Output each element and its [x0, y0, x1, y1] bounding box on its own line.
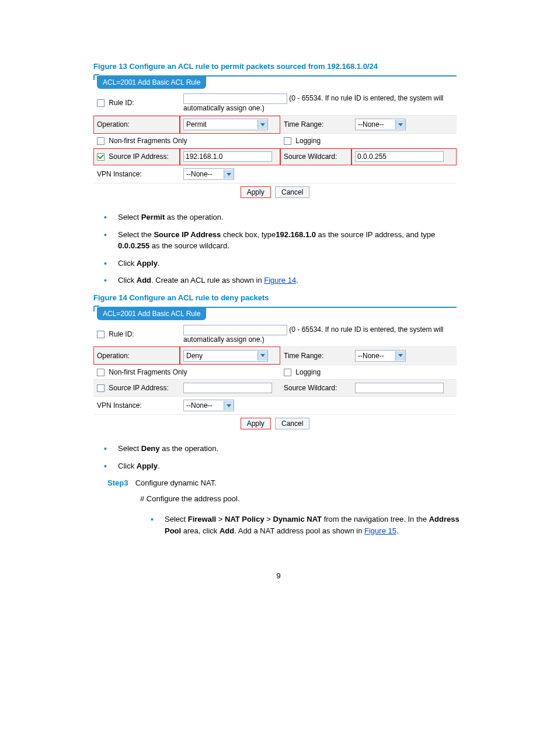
list-item: Select Deny as the operation.	[118, 443, 464, 455]
rule-id-label: Rule ID:	[109, 330, 134, 338]
page-number: 9	[93, 571, 464, 580]
list-item: Click Apply.	[118, 258, 464, 269]
figure15-link[interactable]: Figure 15	[364, 526, 396, 535]
vpn-label: VPN Instance:	[97, 401, 142, 410]
step3-block: Step3 Configure dynamic NAT. # Configure…	[93, 478, 464, 536]
srcip-label: Source IP Address:	[109, 152, 169, 161]
chevron-down-icon	[224, 169, 234, 179]
timerange-label: Time Range:	[284, 352, 323, 360]
cancel-button[interactable]: Cancel	[275, 418, 309, 429]
nonfirst-label: Non-first Fragments Only	[109, 137, 187, 145]
nonfirst-checkbox[interactable]	[97, 369, 105, 376]
chevron-down-icon	[224, 401, 234, 410]
panel-tab: ACL=2001 Add Basic ACL Rule	[97, 307, 206, 320]
timerange-label: Time Range:	[284, 120, 323, 129]
vpn-dropdown[interactable]: --None--	[183, 168, 234, 180]
form-table-fig13: Rule ID: (0 - 65534. If no rule ID is en…	[93, 91, 457, 201]
srcip-label: Source IP Address:	[109, 384, 169, 392]
chevron-down-icon	[395, 120, 405, 129]
operation-dropdown[interactable]: Deny	[183, 350, 268, 362]
apply-button[interactable]: Apply	[241, 186, 271, 198]
chevron-down-icon	[257, 120, 267, 129]
step3-subtext: # Configure the address pool.	[140, 494, 464, 503]
srcip-input[interactable]	[183, 383, 272, 393]
srcwc-label: Source Wildcard:	[284, 152, 337, 161]
srcwc-input[interactable]: 0.0.0.255	[355, 151, 444, 162]
list-item: Select the Source IP Address check box, …	[118, 229, 464, 252]
rule-id-label: Rule ID:	[109, 99, 134, 107]
step3-text: Configure dynamic NAT.	[135, 478, 217, 487]
list-item: Click Apply.	[118, 460, 464, 472]
srcwc-input[interactable]	[355, 383, 444, 393]
rule-id-input[interactable]	[183, 93, 287, 104]
list-item: Select Permit as the operation.	[118, 211, 464, 223]
operation-label: Operation:	[97, 120, 130, 129]
rule-id-checkbox[interactable]	[97, 331, 105, 338]
logging-checkbox[interactable]	[284, 137, 291, 145]
acl-panel-fig13: ACL=2001 Add Basic ACL Rule Rule ID: (0 …	[93, 75, 457, 201]
figure14-caption: Figure 14 Configure an ACL rule to deny …	[93, 293, 464, 302]
instruction-list-2: Select Deny as the operation. Click Appl…	[93, 443, 464, 471]
logging-label: Logging	[295, 368, 321, 376]
operation-label: Operation:	[97, 352, 130, 360]
timerange-dropdown[interactable]: --None--	[355, 119, 406, 130]
panel-tab: ACL=2001 Add Basic ACL Rule	[97, 76, 206, 89]
vpn-dropdown[interactable]: --None--	[183, 400, 234, 411]
logging-label: Logging	[295, 137, 321, 145]
operation-dropdown[interactable]: Permit	[183, 119, 268, 130]
rule-id-checkbox[interactable]	[97, 99, 105, 107]
srcwc-label: Source Wildcard:	[284, 384, 337, 392]
step3-label: Step3	[107, 478, 133, 487]
srcip-checkbox[interactable]	[97, 384, 105, 392]
srcip-input[interactable]: 192.168.1.0	[183, 151, 272, 162]
chevron-down-icon	[395, 351, 405, 360]
tab-bar: ACL=2001 Add Basic ACL Rule	[93, 77, 457, 91]
rule-id-input[interactable]	[183, 325, 287, 335]
cancel-button[interactable]: Cancel	[275, 186, 309, 198]
timerange-dropdown[interactable]: --None--	[355, 350, 406, 362]
step3-bullets: Select Firewall > NAT Policy > Dynamic N…	[140, 514, 464, 536]
tab-bar: ACL=2001 Add Basic ACL Rule	[93, 308, 457, 322]
nonfirst-label: Non-first Fragments Only	[109, 368, 187, 376]
chevron-down-icon	[257, 351, 267, 360]
acl-panel-fig14: ACL=2001 Add Basic ACL Rule Rule ID: (0 …	[93, 307, 457, 432]
apply-button[interactable]: Apply	[241, 418, 271, 429]
nonfirst-checkbox[interactable]	[97, 137, 105, 145]
instruction-list-1: Select Permit as the operation. Select t…	[93, 211, 464, 286]
srcip-checkbox[interactable]	[97, 153, 105, 161]
list-item: Select Firewall > NAT Policy > Dynamic N…	[165, 514, 464, 536]
figure13-caption: Figure 13 Configure an ACL rule to permi…	[93, 62, 464, 71]
form-table-fig14: Rule ID: (0 - 65534. If no rule ID is en…	[93, 322, 457, 432]
figure14-link[interactable]: Figure 14	[264, 276, 296, 285]
vpn-label: VPN Instance:	[97, 170, 142, 178]
logging-checkbox[interactable]	[284, 369, 291, 376]
list-item: Click Add. Create an ACL rule as shown i…	[118, 275, 464, 286]
